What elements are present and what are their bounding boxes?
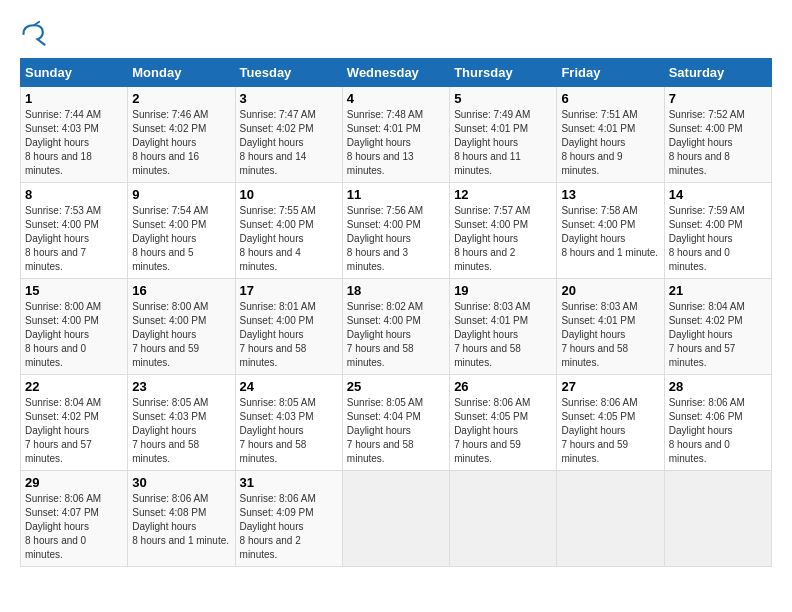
daylight-label: Daylight hours [561, 329, 625, 340]
daylight-label: Daylight hours [25, 233, 89, 244]
sunset-label: Sunset: [240, 507, 274, 518]
sunset-label: Sunset: [347, 411, 381, 422]
sunset-label: Sunset: [347, 123, 381, 134]
daylight-value: 8 hours and 7 minutes. [25, 247, 86, 272]
sunrise-label: Sunrise: [132, 397, 169, 408]
sunrise-label: Sunrise: [669, 109, 706, 120]
calendar-cell: 10 Sunrise: 7:55 AM Sunset: 4:00 PM Dayl… [235, 183, 342, 279]
sunset-label: Sunset: [454, 411, 488, 422]
calendar-cell: 12 Sunrise: 7:57 AM Sunset: 4:00 PM Dayl… [450, 183, 557, 279]
sunrise-label: Sunrise: [561, 205, 598, 216]
daylight-value: 8 hours and 3 minutes. [347, 247, 408, 272]
day-number: 2 [132, 91, 230, 106]
calendar-cell: 11 Sunrise: 7:56 AM Sunset: 4:00 PM Dayl… [342, 183, 449, 279]
sunrise-label: Sunrise: [669, 205, 706, 216]
day-info: Sunrise: 8:06 AM Sunset: 4:05 PM Dayligh… [561, 396, 659, 466]
header-cell-friday: Friday [557, 59, 664, 87]
sunset-label: Sunset: [240, 411, 274, 422]
day-info: Sunrise: 7:57 AM Sunset: 4:00 PM Dayligh… [454, 204, 552, 274]
sunset-label: Sunset: [25, 411, 59, 422]
day-number: 22 [25, 379, 123, 394]
sunset-label: Sunset: [454, 315, 488, 326]
day-info: Sunrise: 8:00 AM Sunset: 4:00 PM Dayligh… [25, 300, 123, 370]
daylight-value: 7 hours and 57 minutes. [25, 439, 92, 464]
calendar-cell: 30 Sunrise: 8:06 AM Sunset: 4:08 PM Dayl… [128, 471, 235, 567]
sunset-label: Sunset: [132, 315, 166, 326]
calendar-cell: 24 Sunrise: 8:05 AM Sunset: 4:03 PM Dayl… [235, 375, 342, 471]
day-number: 26 [454, 379, 552, 394]
day-info: Sunrise: 8:00 AM Sunset: 4:00 PM Dayligh… [132, 300, 230, 370]
calendar-cell: 6 Sunrise: 7:51 AM Sunset: 4:01 PM Dayli… [557, 87, 664, 183]
calendar-week-row: 22 Sunrise: 8:04 AM Sunset: 4:02 PM Dayl… [21, 375, 772, 471]
day-info: Sunrise: 7:55 AM Sunset: 4:00 PM Dayligh… [240, 204, 338, 274]
sunset-label: Sunset: [132, 411, 166, 422]
daylight-label: Daylight hours [561, 425, 625, 436]
daylight-value: 8 hours and 0 minutes. [669, 247, 730, 272]
day-number: 7 [669, 91, 767, 106]
day-info: Sunrise: 7:48 AM Sunset: 4:01 PM Dayligh… [347, 108, 445, 178]
day-info: Sunrise: 8:02 AM Sunset: 4:00 PM Dayligh… [347, 300, 445, 370]
sunset-label: Sunset: [240, 123, 274, 134]
daylight-value: 8 hours and 0 minutes. [25, 343, 86, 368]
day-info: Sunrise: 7:47 AM Sunset: 4:02 PM Dayligh… [240, 108, 338, 178]
calendar-cell: 22 Sunrise: 8:04 AM Sunset: 4:02 PM Dayl… [21, 375, 128, 471]
daylight-label: Daylight hours [132, 521, 196, 532]
daylight-label: Daylight hours [240, 137, 304, 148]
day-number: 3 [240, 91, 338, 106]
sunset-label: Sunset: [454, 219, 488, 230]
daylight-label: Daylight hours [240, 521, 304, 532]
sunrise-label: Sunrise: [347, 397, 384, 408]
calendar-week-row: 29 Sunrise: 8:06 AM Sunset: 4:07 PM Dayl… [21, 471, 772, 567]
sunrise-label: Sunrise: [132, 109, 169, 120]
sunrise-label: Sunrise: [132, 205, 169, 216]
sunrise-label: Sunrise: [25, 109, 62, 120]
day-info: Sunrise: 7:51 AM Sunset: 4:01 PM Dayligh… [561, 108, 659, 178]
calendar-cell: 21 Sunrise: 8:04 AM Sunset: 4:02 PM Dayl… [664, 279, 771, 375]
daylight-label: Daylight hours [454, 329, 518, 340]
sunrise-label: Sunrise: [561, 397, 598, 408]
sunrise-label: Sunrise: [240, 493, 277, 504]
daylight-value: 8 hours and 16 minutes. [132, 151, 199, 176]
day-number: 31 [240, 475, 338, 490]
sunset-label: Sunset: [132, 219, 166, 230]
daylight-value: 7 hours and 57 minutes. [669, 343, 736, 368]
daylight-value: 7 hours and 59 minutes. [561, 439, 628, 464]
day-number: 11 [347, 187, 445, 202]
logo-icon [20, 20, 48, 48]
daylight-label: Daylight hours [454, 233, 518, 244]
calendar-week-row: 1 Sunrise: 7:44 AM Sunset: 4:03 PM Dayli… [21, 87, 772, 183]
calendar-cell: 26 Sunrise: 8:06 AM Sunset: 4:05 PM Dayl… [450, 375, 557, 471]
calendar-week-row: 15 Sunrise: 8:00 AM Sunset: 4:00 PM Dayl… [21, 279, 772, 375]
day-number: 20 [561, 283, 659, 298]
daylight-label: Daylight hours [561, 233, 625, 244]
sunrise-label: Sunrise: [454, 109, 491, 120]
day-number: 28 [669, 379, 767, 394]
sunset-label: Sunset: [25, 315, 59, 326]
calendar-cell: 1 Sunrise: 7:44 AM Sunset: 4:03 PM Dayli… [21, 87, 128, 183]
daylight-label: Daylight hours [454, 425, 518, 436]
daylight-label: Daylight hours [561, 137, 625, 148]
sunrise-label: Sunrise: [240, 205, 277, 216]
sunrise-label: Sunrise: [132, 301, 169, 312]
sunrise-label: Sunrise: [240, 397, 277, 408]
sunrise-label: Sunrise: [25, 205, 62, 216]
day-info: Sunrise: 8:06 AM Sunset: 4:07 PM Dayligh… [25, 492, 123, 562]
day-number: 4 [347, 91, 445, 106]
calendar-cell: 16 Sunrise: 8:00 AM Sunset: 4:00 PM Dayl… [128, 279, 235, 375]
daylight-value: 7 hours and 58 minutes. [454, 343, 521, 368]
daylight-label: Daylight hours [132, 137, 196, 148]
daylight-value: 7 hours and 58 minutes. [347, 439, 414, 464]
sunset-label: Sunset: [132, 507, 166, 518]
daylight-value: 8 hours and 9 minutes. [561, 151, 622, 176]
header-cell-tuesday: Tuesday [235, 59, 342, 87]
daylight-value: 7 hours and 58 minutes. [347, 343, 414, 368]
day-number: 8 [25, 187, 123, 202]
sunset-label: Sunset: [669, 219, 703, 230]
calendar-cell: 15 Sunrise: 8:00 AM Sunset: 4:00 PM Dayl… [21, 279, 128, 375]
day-info: Sunrise: 8:05 AM Sunset: 4:03 PM Dayligh… [240, 396, 338, 466]
day-info: Sunrise: 8:06 AM Sunset: 4:06 PM Dayligh… [669, 396, 767, 466]
daylight-value: 7 hours and 58 minutes. [240, 439, 307, 464]
sunset-label: Sunset: [132, 123, 166, 134]
calendar-cell: 13 Sunrise: 7:58 AM Sunset: 4:00 PM Dayl… [557, 183, 664, 279]
daylight-value: 8 hours and 0 minutes. [25, 535, 86, 560]
